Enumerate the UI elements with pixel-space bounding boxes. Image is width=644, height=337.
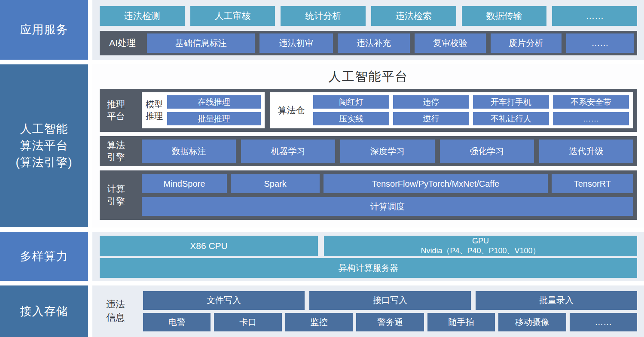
service-box-illegal-detection: 违法检测 (100, 6, 185, 26)
service-button-row: 违法检测 人工审核 统计分析 违法检索 数据传输 …… (100, 6, 637, 26)
box-spark: Spark (231, 174, 320, 193)
section-computing-power: X86 CPU GPU Nvidia（P4、P40、P100、V100） 异构计… (92, 232, 644, 281)
ai-platform-bars: 推理 平台 模型 推理 在线推理 批量推理 算法 (100, 89, 637, 220)
category-computing-power: 多样算力 (0, 232, 88, 281)
section-app-services: 违法检测 人工审核 统计分析 违法检索 数据传输 …… AI处理 基础信息标注 … (92, 0, 644, 60)
category-label: 接入存储 (20, 303, 68, 320)
storage-content: 文件写入 接口写入 批量录入 电警 卡口 监控 警务通 随手拍 移动摄像 …… (143, 291, 637, 331)
left-category-column: 应用服务 人工智能 算法平台 (算法引擎) 多样算力 接入存储 (0, 0, 88, 337)
ai-platform-title: 人工智能平台 (100, 64, 637, 89)
box-file-write: 文件写入 (143, 291, 305, 310)
box-machine-learning: 机器学习 (241, 140, 335, 163)
ai-processing-button-row: 基础信息标注 违法初审 违法补充 复审校验 废片分析 …… (147, 33, 634, 53)
ai-box-waste-analysis: 废片分析 (491, 33, 562, 53)
category-label: 应用服务 (20, 21, 68, 38)
box-electronic-police: 电警 (143, 313, 211, 332)
algorithm-engine-bar: 算法 引擎 数据标注 机器学习 深度学习 强化学习 迭代升级 (100, 136, 637, 166)
box-heterogeneous-compute-server: 异构计算服务器 (100, 258, 637, 278)
box-source-ellipsis: …… (570, 313, 637, 332)
diagram-content: 违法检测 人工审核 统计分析 违法检索 数据传输 …… AI处理 基础信息标注 … (92, 0, 644, 337)
algorithm-store-label: 算法仓 (275, 104, 308, 116)
service-box-statistics: 统计分析 (281, 6, 366, 26)
box-reinforcement-learning: 强化学习 (440, 140, 534, 163)
box-illegal-parking: 违停 (393, 95, 469, 109)
processor-row: X86 CPU GPU Nvidia（P4、P40、P100、V100） (100, 236, 637, 256)
illegal-info-label: 违法 信息 (100, 298, 137, 325)
box-police-terminal: 警务通 (356, 313, 424, 332)
box-x86-cpu: X86 CPU (100, 236, 318, 256)
box-mindspore: MindSpore (142, 174, 227, 193)
box-data-annotation: 数据标注 (142, 140, 236, 163)
model-inference-panel: 模型 推理 在线推理 批量推理 (142, 92, 265, 128)
category-ai-algorithm-platform: 人工智能 算法平台 (算法引擎) (0, 64, 88, 227)
source-button-row: 电警 卡口 监控 警务通 随手拍 移动摄像 …… (143, 313, 637, 332)
model-inference-label: 模型 推理 (146, 99, 163, 122)
inference-platform-label: 推理 平台 (104, 98, 136, 123)
box-deep-learning: 深度学习 (340, 140, 434, 163)
ai-platform-architecture-diagram: 应用服务 人工智能 算法平台 (算法引擎) 多样算力 接入存储 违法检测 人工审… (0, 0, 644, 337)
section-storage-access: 违法 信息 文件写入 接口写入 批量录入 电警 卡口 监控 警务通 随手拍 移动… (92, 285, 644, 337)
ai-box-recheck: 复审校验 (415, 33, 485, 53)
ai-processing-bar: AI处理 基础信息标注 违法初审 违法补充 复审校验 废片分析 …… (100, 31, 637, 55)
box-checkpoint: 卡口 (214, 313, 281, 332)
inference-platform-bar: 推理 平台 模型 推理 在线推理 批量推理 算法 (100, 89, 637, 132)
category-label-line: (算法引擎) (16, 154, 73, 171)
category-label-line: 人工智能 (20, 121, 68, 137)
compute-engine-label: 计算 引擎 (104, 183, 136, 207)
service-box-ellipsis: …… (552, 6, 637, 26)
box-mobile-camera: 移动摄像 (498, 313, 566, 332)
category-app-services: 应用服务 (0, 0, 88, 60)
box-phone-while-driving: 开车打手机 (473, 95, 549, 109)
model-inference-buttons: 在线推理 批量推理 (167, 95, 261, 125)
box-batch-inference: 批量推理 (167, 112, 261, 125)
category-storage-access: 接入存储 (0, 285, 88, 337)
box-compute-scheduling: 计算调度 (142, 197, 633, 216)
box-surveillance: 监控 (285, 313, 353, 332)
ai-box-initial-review: 违法初审 (259, 33, 333, 53)
category-label-line: 算法平台 (20, 137, 68, 154)
box-not-yielding-pedestrians: 不礼让行人 (473, 112, 549, 125)
box-api-write: 接口写入 (309, 291, 471, 310)
box-gpu-nvidia: GPU Nvidia（P4、P40、P100、V100） (324, 236, 637, 256)
algorithm-store-panel: 算法仓 闯红灯 违停 开车打手机 不系安全带 压实线 逆行 不礼让行人 …… (270, 92, 633, 128)
ai-box-supplement: 违法补充 (338, 33, 410, 53)
ingest-button-row: 文件写入 接口写入 批量录入 (143, 291, 637, 310)
ai-box-ellipsis: …… (566, 33, 634, 53)
box-snapshot-report: 随手拍 (427, 313, 495, 332)
box-wrong-way: 逆行 (393, 112, 469, 125)
box-ellipsis: …… (553, 112, 629, 125)
box-iterative-upgrade: 迭代升级 (539, 140, 633, 163)
box-tensorrt: TensorRT (552, 174, 633, 193)
algorithm-store-grid: 闯红灯 违停 开车打手机 不系安全带 压实线 逆行 不礼让行人 …… (313, 95, 629, 125)
compute-engine-content: MindSpore Spark TensorFlow/PyTorch/MxNet… (142, 174, 633, 216)
box-line-crossing: 压实线 (313, 112, 389, 125)
box-online-inference: 在线推理 (167, 95, 261, 109)
box-red-light-running: 闯红灯 (313, 95, 389, 109)
compute-engine-bar: 计算 引擎 MindSpore Spark TensorFlow/PyTorch… (100, 170, 637, 220)
box-no-seatbelt: 不系安全带 (553, 95, 629, 109)
box-batch-entry: 批量录入 (476, 291, 637, 310)
section-ai-platform: 人工智能平台 推理 平台 模型 推理 在线推理 批量推理 (92, 64, 644, 228)
service-box-manual-review: 人工审核 (190, 6, 275, 26)
category-label: 多样算力 (20, 248, 68, 265)
framework-row: MindSpore Spark TensorFlow/PyTorch/MxNet… (142, 174, 633, 193)
service-box-illegal-search: 违法检索 (371, 6, 456, 26)
service-box-data-transfer: 数据传输 (462, 6, 547, 26)
algorithm-engine-buttons: 数据标注 机器学习 深度学习 强化学习 迭代升级 (142, 140, 633, 163)
ai-processing-label: AI处理 (103, 37, 143, 49)
box-tensorflow-pytorch-mxnet-caffe: TensorFlow/PyTorch/MxNet/Caffe (324, 174, 547, 193)
algorithm-engine-label: 算法 引擎 (104, 139, 136, 164)
ai-box-basic-info-annotation: 基础信息标注 (147, 33, 255, 53)
